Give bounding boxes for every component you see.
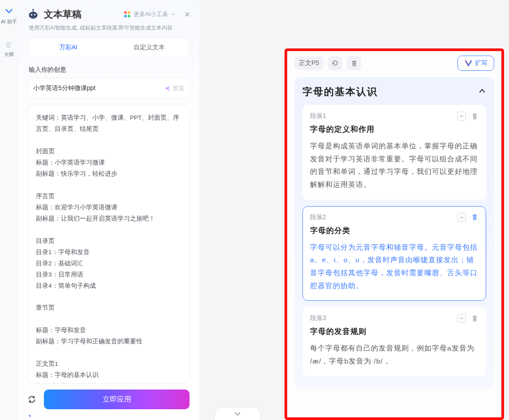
right-panel-scroll[interactable]: 字母的基本认识 段落1 字母的定义和作用 字母是构成英语单词的基本单位， <box>287 77 501 417</box>
collapse-paragraph-button[interactable] <box>457 213 466 222</box>
sidebar-panel: 文本草稿 更多AI小工具 使用万彩AI智能生成, 或粘贴文章段落,即可智能生成文… <box>18 0 199 420</box>
paragraph-title: 字母的分类 <box>310 225 479 236</box>
robot-icon <box>27 8 39 21</box>
idea-input[interactable] <box>33 85 164 92</box>
close-button[interactable] <box>183 10 191 18</box>
delete-page-button[interactable] <box>347 56 361 70</box>
trash-icon <box>471 113 478 120</box>
chevron-down-icon <box>234 411 241 416</box>
svg-point-8 <box>124 11 127 14</box>
svg-rect-0 <box>6 43 12 43</box>
sidebar-subtitle: 使用万彩AI智能生成, 或粘贴文章段落,即可智能生成文本内容 <box>18 24 199 38</box>
regenerate-button[interactable] <box>28 395 36 403</box>
right-panel-highlighted: 正文P5 扩写 字母的基本认识 <box>285 48 504 420</box>
more-ai-tools-button[interactable]: 更多AI小工具 <box>124 10 175 18</box>
collapse-bar[interactable] <box>215 407 260 420</box>
trash-icon <box>471 315 478 322</box>
section-card: 字母的基本认识 段落1 字母的定义和作用 字母是构成英语单词的基本单位， <box>294 77 494 388</box>
rail-item-outline[interactable]: 大纲 <box>4 41 14 57</box>
ai-assistant-icon <box>4 8 14 18</box>
send-button[interactable]: 发送 <box>164 84 184 92</box>
close-icon <box>185 12 190 17</box>
send-label: 发送 <box>173 84 184 92</box>
rail-item-label: AI 助手 <box>1 19 17 25</box>
paragraph-body: 每个字母都有自己的发音规则，例如字母a发音为 /æ/，字母b发音为 /b/ 。 <box>310 342 479 368</box>
svg-point-5 <box>34 14 36 16</box>
minus-icon <box>459 215 464 220</box>
paragraph-card[interactable]: 段落2 字母的分类 字母可以分为元音字母和辅音字母。元音字母包括a、e、i、o、… <box>302 206 486 301</box>
hint-line <box>18 412 199 420</box>
apply-button[interactable]: 立即应用 <box>44 390 190 409</box>
chevron-up-icon <box>478 87 486 97</box>
paragraph-title: 字母的发音规则 <box>310 326 479 337</box>
minus-icon <box>459 114 464 118</box>
svg-point-3 <box>29 12 37 19</box>
paragraph-card[interactable]: 段落1 字母的定义和作用 字母是构成英语单词的基本单位，掌握字母的正确发音对于学… <box>302 105 486 200</box>
trash-icon <box>351 60 358 67</box>
expand-button[interactable]: 扩写 <box>457 56 494 71</box>
paragraph-label: 段落2 <box>310 213 326 221</box>
rail-item-label: 大纲 <box>4 52 14 57</box>
expand-label: 扩写 <box>475 59 487 67</box>
paragraph-title: 字母的定义和作用 <box>310 124 479 134</box>
input-section-label: 输入你的创意 <box>18 57 199 78</box>
more-tools-label: 更多AI小工具 <box>134 10 168 18</box>
tab-wancai-ai[interactable]: 万彩AI <box>28 43 109 52</box>
collapse-paragraph-button[interactable] <box>457 314 466 323</box>
svg-rect-1 <box>6 44 10 45</box>
paragraph-label: 段落1 <box>310 112 326 120</box>
refresh-page-button[interactable] <box>328 56 342 70</box>
sidebar-footer: 立即应用 <box>18 383 199 412</box>
section-title: 字母的基本认识 <box>302 85 378 99</box>
svg-rect-2 <box>6 47 11 48</box>
paragraph-body: 字母是构成英语单词的基本单位，掌握字母的正确发音对于学习英语非常重要。字母可以组… <box>310 140 479 191</box>
svg-point-10 <box>124 15 127 17</box>
delete-paragraph-button[interactable] <box>470 213 479 222</box>
left-rail: AI 助手 大纲 <box>0 0 18 420</box>
chevron-down-icon <box>171 12 175 17</box>
source-tabs: 万彩AI 自定义文本 <box>28 38 190 57</box>
send-icon <box>164 85 171 91</box>
sidebar-header: 文本草稿 更多AI小工具 <box>18 0 199 24</box>
trash-icon <box>471 214 478 221</box>
paragraph-card[interactable]: 段落3 字母的发音规则 每个字母都有自己的发音规则，例如字母a发音为 /æ/，字… <box>302 307 486 376</box>
svg-point-7 <box>32 9 34 11</box>
paragraph-body: 字母可以分为元音字母和辅音字母。元音字母包括a、e、i、o、u，发音时声音由喉咙… <box>310 241 479 293</box>
minus-icon <box>459 316 464 320</box>
refresh-icon <box>332 60 339 67</box>
tab-custom-text[interactable]: 自定义文本 <box>109 43 190 52</box>
section-header[interactable]: 字母的基本认识 <box>302 85 486 99</box>
svg-point-11 <box>128 15 130 17</box>
collapse-paragraph-button[interactable] <box>457 112 466 121</box>
right-panel-toolbar: 正文P5 扩写 <box>287 51 501 77</box>
paragraph-label: 段落3 <box>310 314 326 322</box>
grid-icon <box>124 11 131 18</box>
idea-input-row: 发送 <box>28 78 190 98</box>
outline-icon <box>4 41 14 51</box>
generated-text-box[interactable]: 关键词：英语学习、小学、微课、PPT、封面页、序言页、目录页、结尾页 封面页 标… <box>28 105 190 383</box>
svg-point-9 <box>128 11 130 14</box>
sidebar-title: 文本草稿 <box>44 8 119 21</box>
delete-paragraph-button[interactable] <box>470 314 479 323</box>
delete-paragraph-button[interactable] <box>470 112 479 121</box>
page-badge: 正文P5 <box>294 56 324 70</box>
svg-point-4 <box>31 14 33 16</box>
ai-icon <box>464 59 472 67</box>
rail-item-ai-assistant[interactable]: AI 助手 <box>1 8 17 25</box>
